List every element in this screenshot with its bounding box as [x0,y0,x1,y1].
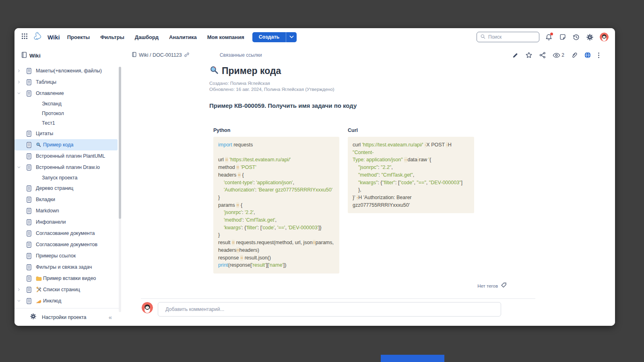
document-icon [26,241,32,248]
code-line: 'jsonrpc': '2.2', [218,209,334,216]
sidebar-item-label: Таблицы [36,79,56,85]
sidebar-item-11[interactable]: Дерево страниц [14,183,119,194]
public-globe-icon[interactable] [584,51,591,59]
sidebar-item-20[interactable]: Списки страниц [14,284,119,295]
tag-icon[interactable] [501,282,507,290]
nav-item-0[interactable]: Проекты [67,34,90,40]
sidebar-item-6[interactable]: Цитаты [14,128,119,139]
sidebar-collapse-icon[interactable]: « [109,314,112,321]
sidebar-item-10[interactable]: Запуск проекта [14,173,119,183]
more-kebab-icon[interactable] [598,52,600,59]
sidebar-item-5[interactable]: Тест1 [14,118,119,128]
sidebar-item-13[interactable]: Markdown [14,205,119,216]
code-line: "kwargs": {"filter": ["code", "==", "DEV… [353,179,469,187]
code-line: headers = { [218,171,334,179]
notifications-bell-icon[interactable] [545,33,553,41]
sidebar-item-17[interactable]: Примеры ссылок [14,250,119,261]
nav-item-1[interactable]: Фильтры [100,34,124,40]
code-line: 'content-type': 'application/json', [218,179,334,187]
sidebar-item-18[interactable]: Фильтры и связка задач [14,261,119,273]
code-line: result = requests.request(method, url, j… [218,239,334,247]
code-box-curl[interactable]: curl 'https://test.evateam.ru/api/' -X P… [348,137,474,213]
breadcrumb[interactable]: Wiki / DOC-001123 [132,51,190,59]
app-logo-text[interactable]: Wiki [47,34,60,41]
copy-link-icon[interactable] [184,52,190,59]
document-subtitle: Пример КВ-000059. Получить имя задачи по… [209,102,357,109]
sidebar-item-label: Встроенный плагин Draw.io [36,165,100,170]
page-title: Пример кода [222,66,281,76]
chevron-right-icon[interactable] [17,80,23,84]
favorite-star-icon[interactable] [525,51,533,59]
code-line [218,149,334,156]
sidebar-item-19[interactable]: Пример вставки видео [14,273,119,284]
sidebar-item-21[interactable]: Инклюд [14,295,119,306]
user-avatar[interactable] [600,33,609,41]
views-eye-icon[interactable]: 2 [553,52,564,58]
sidebar-item-label: Вкладки [36,197,55,202]
chevron-down-icon[interactable] [17,91,23,95]
code-block-python: Python import requests url = 'https://te… [213,128,339,274]
sidebar-item-label: Примеры ссылок [36,253,76,259]
project-settings-gear-icon[interactable] [30,313,37,321]
code-box-python[interactable]: import requests url = 'https://test.evat… [213,137,339,274]
sidebar-item-3[interactable]: Экспанд [14,99,119,109]
tags-row[interactable]: Нет тегов [447,282,507,290]
desktop-background: Wiki ПроектыФильтрыДашбордАналитикаМоя к… [0,0,644,362]
app-grid-icon[interactable] [21,33,28,41]
code-line: import requests [218,141,334,149]
share-icon[interactable] [539,51,546,59]
code-line: response = result.json() [218,254,334,262]
code-line: }' -H 'Authorization: Bearer gzz077755RR… [353,194,469,209]
related-links-tab[interactable]: Связанные ссылки [220,52,262,58]
sidebar-item-2[interactable]: Оглавление [14,88,119,99]
nav-item-2[interactable]: Дашборд [135,34,159,40]
chevron-down-icon[interactable] [17,299,23,303]
chevron-right-icon[interactable] [17,288,23,292]
sidebar-item-label: Экспанд [42,101,62,107]
sidebar-item-label: Согласование документов [36,242,97,247]
sidebar-item-12[interactable]: Вкладки [14,194,119,205]
chevron-right-icon[interactable] [17,69,23,73]
notes-icon[interactable] [559,33,566,41]
sidebar-item-label: Инклюд [43,298,61,304]
sidebar-header[interactable]: Wiki [14,46,125,64]
edit-pencil-icon[interactable] [512,52,519,59]
create-button-label[interactable]: Создать [252,32,286,42]
sidebar-header-label: Wiki [29,53,41,59]
breadcrumb-path[interactable]: Wiki / DOC-001123 [139,52,182,58]
create-button[interactable]: Создать [252,32,297,42]
document-icon [26,264,32,271]
code-line: params = { [218,202,334,209]
code-line: } [218,231,334,239]
sidebar-item-4[interactable]: Протокол [14,109,119,118]
project-settings-label[interactable]: Настройки проекта [42,315,87,320]
sidebar-item-1[interactable]: Таблицы [14,76,119,88]
chevron-down-icon[interactable] [17,165,23,169]
sidebar-item-label: Пример кода [43,142,73,148]
sidebar-item-7[interactable]: Пример кода [14,139,118,150]
sidebar-item-8[interactable]: Встроенный плагин PlantUML [14,150,119,162]
code-line: curl 'https://test.evateam.ru/api/' -X P… [353,141,469,156]
sidebar-scrollbar-thumb[interactable] [119,67,121,219]
search-input[interactable]: Поиск [477,32,539,42]
sidebar-item-0[interactable]: Макеты(+вложения, файлы) [14,65,119,76]
sidebar-item-label: Markdown [36,208,59,214]
comment-input[interactable] [158,302,501,317]
sidebar-item-16[interactable]: Согласование документов [14,239,119,250]
sidebar-item-14[interactable]: Инфопанели [14,216,119,228]
nav-item-3[interactable]: Аналитика [169,34,197,40]
settings-gear-icon[interactable] [586,33,594,41]
sidebar-item-label: Пример вставки видео [43,276,96,281]
history-icon[interactable] [572,33,580,41]
comment-row [142,302,501,317]
document-icon [26,164,32,171]
nav-item-4[interactable]: Моя компания [207,34,244,40]
attachment-paperclip-icon[interactable] [571,52,578,59]
create-dropdown-button[interactable] [286,32,297,42]
views-count: 2 [561,52,564,58]
sidebar-item-label: Дерево страниц [36,185,73,191]
sidebar-item-9[interactable]: Встроенный плагин Draw.io [14,162,119,173]
sidebar-scrollbar[interactable] [119,67,121,312]
code-block-curl: Curl curl 'https://test.evateam.ru/api/'… [348,128,474,213]
sidebar-item-15[interactable]: Согласование документа [14,228,119,239]
